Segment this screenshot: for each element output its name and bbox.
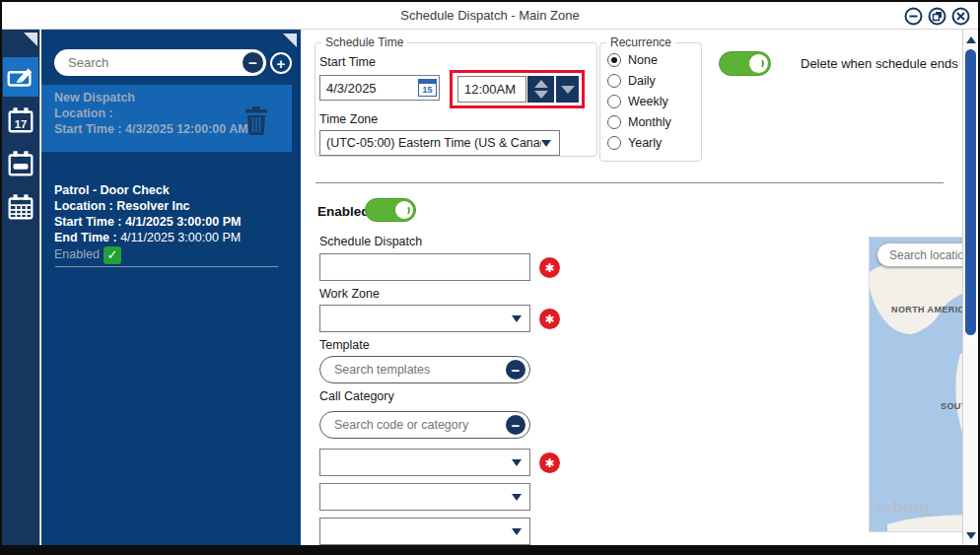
map-label-north-america: NORTH AMERICA [891, 305, 971, 314]
enabled-label: Enabled [317, 204, 370, 219]
calendar-day-icon: 17 [5, 104, 36, 136]
time-dropdown-button[interactable] [556, 76, 579, 103]
location-value: Resolver Inc [116, 199, 189, 213]
time-spinner[interactable] [527, 76, 554, 103]
enabled-toggle[interactable] [365, 198, 416, 222]
sidebar-corner-triangle [24, 33, 37, 46]
calendar-month-icon [5, 191, 36, 223]
template-search: − [319, 356, 530, 383]
call-category-clear-button[interactable]: − [506, 415, 525, 435]
time-zone-value: (UTC-05:00) Eastern Time (US & Canada) [320, 136, 541, 150]
time-spin-down-icon[interactable] [534, 91, 548, 99]
call-category-dropdown[interactable] [319, 449, 530, 476]
list-item-patrol-door-check[interactable]: Patrol - Door Check Location : Resolver … [41, 177, 292, 262]
calendar-icon-header [419, 80, 436, 84]
sidebar-item-calendar-week[interactable] [3, 144, 38, 183]
restore-icon [928, 7, 946, 26]
recurrence-option-daily[interactable]: Daily [607, 74, 656, 88]
scroll-up-button[interactable] [963, 32, 978, 47]
radio-checked-icon [607, 53, 621, 67]
secondary-dropdown-1[interactable] [319, 483, 530, 511]
recurrence-option-none[interactable]: None [607, 53, 658, 67]
bing-logo-text: bing [892, 498, 930, 518]
chevron-down-icon [512, 459, 522, 466]
time-spin-up-icon[interactable] [534, 80, 548, 88]
minimize-button[interactable] [904, 7, 923, 26]
toggle-knob [395, 201, 413, 219]
search-clear-button[interactable]: − [243, 52, 263, 73]
radio-icon [607, 115, 621, 129]
sidebar-item-calendar-day[interactable]: 17 [3, 101, 38, 140]
add-dispatch-button[interactable]: + [270, 52, 292, 74]
window-title: Schedule Dispatch - Main Zone [2, 8, 978, 23]
time-zone-dropdown[interactable]: (UTC-05:00) Eastern Time (US & Canada) [319, 130, 560, 156]
dispatch-search-input[interactable] [68, 49, 226, 76]
call-category-search-input[interactable] [334, 412, 480, 438]
minimize-icon [904, 7, 923, 26]
radio-label: Weekly [628, 95, 668, 108]
start-time-time-input[interactable] [457, 76, 526, 103]
svg-text:17: 17 [15, 118, 28, 130]
calendar-week-icon [5, 148, 36, 179]
required-asterisk-icon: ✱ [539, 309, 560, 329]
radio-label: Daily [628, 74, 656, 88]
template-clear-button[interactable]: − [506, 360, 525, 380]
delete-when-schedule-ends-label: Delete when schedule ends [801, 56, 958, 71]
schedule-time-legend: Schedule Time [321, 35, 407, 49]
enabled-label: Enabled [54, 247, 100, 261]
dispatch-list-panel: − + New Dispatch Location : Start Time :… [41, 30, 301, 545]
call-category-search: − [319, 411, 530, 439]
delete-dispatch-trash-icon[interactable] [245, 106, 268, 136]
time-dropdown-icon [561, 86, 575, 94]
close-button[interactable] [951, 7, 970, 26]
start-time-label: Start Time : [54, 215, 122, 229]
radio-icon [607, 74, 621, 88]
scroll-up-icon [966, 36, 976, 43]
scroll-down-icon [966, 532, 976, 539]
call-category-label: Call Category [319, 389, 394, 403]
radio-icon [607, 136, 621, 150]
schedule-dispatch-input[interactable] [319, 253, 530, 281]
dispatch-title: Patrol - Door Check [54, 182, 292, 198]
close-icon [951, 7, 970, 26]
radio-icon [607, 95, 621, 108]
list-item-new-dispatch[interactable]: New Dispatch Location : Start Time : 4/3… [41, 85, 292, 152]
secondary-dropdown-2[interactable] [319, 518, 530, 545]
delete-when-schedule-ends-toggle[interactable] [719, 51, 771, 76]
location-label: Location : [54, 199, 113, 213]
end-time-label: End Time : [54, 231, 117, 244]
work-zone-dropdown[interactable] [319, 305, 530, 332]
vertical-scrollbar[interactable] [962, 30, 978, 545]
toggle-knob [749, 54, 768, 73]
list-corner-triangle [283, 34, 297, 47]
required-asterisk-icon: ✱ [539, 257, 560, 278]
recurrence-option-monthly[interactable]: Monthly [607, 115, 671, 129]
template-label: Template [319, 338, 370, 352]
recurrence-legend: Recurrence [606, 35, 675, 49]
window-controls [904, 7, 970, 26]
sidebar-item-calendar-month[interactable] [3, 187, 38, 227]
date-picker-calendar-icon[interactable]: 15 [418, 79, 437, 97]
recurrence-option-weekly[interactable]: Weekly [607, 95, 668, 108]
recurrence-option-yearly[interactable]: Yearly [607, 136, 662, 150]
chevron-down-icon [512, 528, 522, 535]
dispatch-title: New Dispatch [54, 90, 292, 105]
list-divider [55, 266, 278, 267]
radio-label: Yearly [628, 136, 662, 150]
restore-button[interactable] [928, 7, 946, 26]
view-switcher-sidebar: 17 [2, 30, 40, 545]
schedule-form-content: Schedule Time Start Time 15 Time Zone (U… [301, 30, 978, 545]
template-search-input[interactable] [334, 357, 480, 382]
start-time-value: 4/1/2025 3:00:00 PM [125, 215, 241, 229]
start-time-label: Start Time : [54, 122, 122, 136]
dispatch-search: − [54, 49, 266, 76]
scroll-down-button[interactable] [963, 527, 978, 543]
work-zone-label: Work Zone [319, 287, 380, 301]
chevron-down-icon [512, 315, 522, 322]
bing-logo: ▷ bing [877, 498, 930, 518]
scrollbar-thumb[interactable] [965, 49, 976, 335]
start-time-value: 4/3/2025 12:00:00 AM [125, 122, 248, 136]
sidebar-item-edit-schedule[interactable] [3, 57, 38, 97]
schedule-dispatch-label: Schedule Dispatch [319, 235, 422, 248]
radio-label: None [628, 53, 658, 67]
